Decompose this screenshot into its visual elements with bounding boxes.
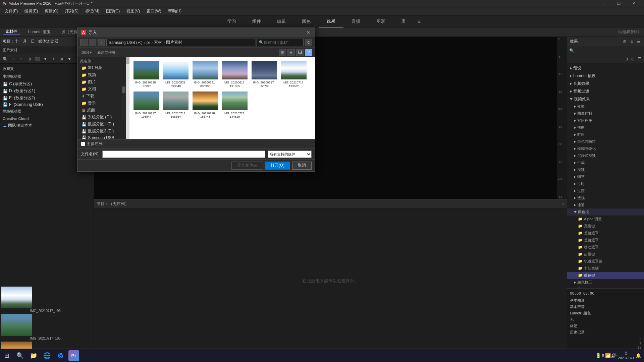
file-img3[interactable]: IMG_20200531_093908 — [192, 60, 219, 88]
dialog-search-bar[interactable]: 🔍 — [257, 39, 304, 46]
taskbar-premiere[interactable]: Pr — [67, 349, 80, 362]
file-img9[interactable]: IMG_20210718_185743 — [192, 91, 219, 119]
menu-file[interactable]: 文件(F) — [1, 7, 21, 15]
effect-sub-generate[interactable]: 生成 — [567, 159, 644, 166]
start-button[interactable]: ⊞ — [0, 349, 13, 362]
menu-graphics[interactable]: 图形(G) — [103, 7, 123, 15]
taskbar-search[interactable]: 🔍 — [13, 349, 27, 362]
dialog-back-button[interactable]: ‹ — [80, 39, 88, 46]
dsb-music[interactable]: 📁 音乐 — [77, 100, 126, 107]
filename-input[interactable] — [102, 150, 265, 158]
close-button[interactable]: ✕ — [626, 0, 641, 7]
cancel-button[interactable]: 取消 — [292, 162, 312, 170]
dsb-drive-d[interactable]: 💾 数据分区1 (D:) — [77, 121, 126, 128]
minimize-button[interactable]: — — [596, 0, 611, 7]
panel-tab-lumetri[interactable]: Lumetri 范围 — [25, 29, 53, 35]
effect-sub-time[interactable]: 时间 — [567, 131, 644, 138]
effect-sub-obsolete[interactable]: 过时 — [567, 180, 644, 187]
file-img5[interactable]: IMG_20200617_180708 — [251, 60, 278, 88]
find-btn[interactable]: ⊞ — [58, 56, 65, 62]
tab-assembly[interactable]: 组件 — [244, 15, 269, 27]
new-item-btn[interactable]: + — [9, 56, 17, 62]
tab-library[interactable]: 库 — [393, 15, 414, 27]
help-button[interactable]: ? — [305, 49, 312, 56]
effect-sub-color-correction[interactable]: 颜色校正 — [567, 279, 644, 286]
automate-btn[interactable]: ↕ — [50, 56, 57, 62]
dialog-search-input[interactable] — [264, 41, 301, 45]
view-details[interactable]: ≡ — [287, 49, 295, 56]
dsb-images[interactable]: 📁 图片 — [77, 78, 126, 85]
effect-cat-presets[interactable]: 预设 — [567, 64, 644, 72]
taskbar-files[interactable]: 📁 — [27, 349, 40, 362]
effect-cat-audio-fx[interactable]: 音频效果 — [567, 80, 644, 87]
effects-menu-btn[interactable]: ☰ — [635, 39, 641, 45]
effect-non-red-key[interactable]: 📁 非红色键 — [567, 265, 644, 272]
effects-list-btn[interactable]: ≡ — [629, 39, 635, 45]
effect-sub-utility[interactable]: 实用程序 — [567, 117, 644, 124]
dialog-refresh-button[interactable]: ↻ — [305, 39, 312, 46]
effects-view-1[interactable]: ⊟ — [623, 56, 629, 62]
effect-track-matte-key[interactable]: 📁 轨道遮罩键 — [567, 258, 644, 265]
tab-edit[interactable]: 编辑 — [269, 15, 294, 27]
organize-button[interactable]: 组织 ▾ — [80, 49, 93, 56]
menu-edit[interactable]: 编辑(E) — [21, 7, 41, 15]
effects-view-3[interactable]: ☰ — [637, 56, 643, 62]
effect-sub-transform[interactable]: 变换 — [567, 103, 644, 110]
image-sequence-checkbox[interactable] — [81, 142, 85, 146]
effect-super-key[interactable]: 📁 超级键 — [567, 251, 644, 258]
tab-color[interactable]: 颜色 — [294, 15, 319, 27]
tab-audio[interactable]: 音频 — [343, 15, 368, 27]
menu-view[interactable]: 视图(V) — [123, 7, 143, 15]
nav-more-button[interactable]: » — [414, 18, 425, 24]
effect-sub-noise[interactable]: 杂色与颗粒 — [567, 138, 644, 145]
files-scrollbar[interactable] — [126, 57, 129, 139]
new-folder-button[interactable]: 新建文件夹 — [96, 49, 117, 56]
list-view-btn[interactable]: ≡ — [17, 56, 25, 62]
effects-search-bar[interactable]: 🔍 — [567, 46, 644, 55]
effects-view-2[interactable]: ⊞ — [630, 56, 636, 62]
media-item-2[interactable]: IMG_20210717_195... — [1, 314, 92, 340]
effect-sub-video[interactable]: 视频 — [567, 166, 644, 173]
tab-graphics[interactable]: 图形 — [368, 15, 393, 27]
dsb-samsung-usb[interactable]: 💾 Samsung USB — [77, 135, 126, 139]
panel-tab-source[interactable]: 素材件 — [3, 29, 20, 35]
effect-alpha-adjust[interactable]: 📁 Alpha 调整 — [567, 216, 644, 223]
dsb-drive-e[interactable]: 💾 数据分区2 (E:) — [77, 128, 126, 135]
effect-track-matte[interactable]: 📁 移动遮罩 — [567, 244, 644, 251]
dsb-downloads[interactable]: ⬇ 下载 — [77, 93, 126, 100]
file-img10[interactable]: IMG_20210721_144829 — [221, 91, 248, 119]
files-scroll-thumb[interactable] — [126, 57, 129, 64]
menu-clip[interactable]: 剪辑(C) — [41, 7, 62, 15]
taskbar-app1[interactable]: 🌀 — [54, 349, 67, 362]
file-img6[interactable]: IMG_20210717_193832 — [280, 60, 307, 88]
effect-cat-lumetri[interactable]: Lumetri 预设 — [567, 72, 644, 80]
effect-brightness-key[interactable]: 📁 亮度键 — [567, 223, 644, 230]
taskbar-datetime[interactable]: 英 2021/11/1 — [618, 351, 634, 360]
freeform-btn[interactable]: ⬛ — [34, 56, 41, 62]
effect-diff-matte2[interactable]: 📁 差值遮罩 — [567, 237, 644, 244]
open-button[interactable]: 打开(O) — [265, 162, 290, 170]
menu-help[interactable]: 帮助(H) — [165, 7, 185, 15]
effect-sub-transition[interactable]: 过渡 — [567, 187, 644, 194]
dsb-docs[interactable]: 📁 文档 — [77, 85, 126, 93]
file-img7[interactable]: IMG_20210717_193847 — [133, 91, 160, 119]
menu-sequence[interactable]: 序列(S) — [62, 7, 82, 15]
file-img8[interactable]: IMG_20210717_195654 — [162, 91, 189, 119]
image-sequence-checkbox-label[interactable]: 图像序列 — [81, 141, 103, 147]
search-btn[interactable]: 🔍 — [1, 56, 9, 62]
effect-cat-audio-transition[interactable]: 音频过渡 — [567, 87, 644, 95]
tab-learn[interactable]: 学习 — [219, 15, 244, 27]
dsb-video[interactable]: 📁 视频 — [77, 71, 126, 78]
effects-search-input[interactable] — [576, 49, 642, 53]
file-img4[interactable]: IMG_20200616_191055 — [221, 60, 248, 88]
import-folder-button[interactable]: 导入文件夹 — [231, 162, 263, 170]
effect-sub-image-ctrl[interactable]: 图像控制 — [567, 110, 644, 117]
dialog-up-button[interactable]: ↑ — [98, 39, 105, 46]
restore-button[interactable]: ❐ — [611, 0, 626, 7]
view-small-icons[interactable]: ⊞ — [279, 49, 286, 56]
effect-sub-blur[interactable]: 模糊与锐化 — [567, 145, 644, 152]
menu-window[interactable]: 窗口(W) — [143, 7, 164, 15]
file-img2[interactable]: IMG_20200531_093848 — [162, 60, 189, 88]
sort-btn[interactable]: ▾ — [42, 56, 49, 62]
effect-sub-channel[interactable]: 通道 — [567, 201, 644, 208]
